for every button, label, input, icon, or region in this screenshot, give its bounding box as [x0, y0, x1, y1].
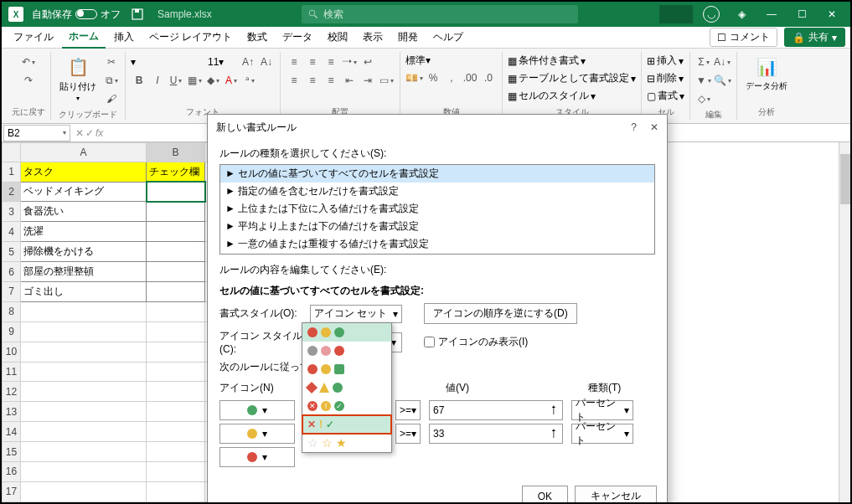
- enter-formula-icon[interactable]: ✓: [85, 127, 94, 139]
- iconset-option-3[interactable]: [302, 360, 391, 378]
- accounting-button[interactable]: 💴: [405, 69, 423, 86]
- operator-combo-2[interactable]: >= ▾: [395, 424, 421, 444]
- icon-picker-2[interactable]: ▾: [219, 424, 295, 444]
- tab-review[interactable]: 校閲: [321, 27, 354, 48]
- tab-file[interactable]: ファイル: [7, 27, 60, 48]
- iconset-option-2[interactable]: [302, 342, 391, 360]
- tab-insert[interactable]: 挿入: [107, 27, 141, 48]
- data-analysis-button[interactable]: 📊データ分析: [742, 54, 791, 94]
- cancel-formula-icon[interactable]: ✕: [75, 127, 84, 139]
- cell-B2[interactable]: [147, 182, 205, 202]
- font-size-combo[interactable]: 11▾: [208, 56, 238, 68]
- bold-button[interactable]: B: [131, 72, 147, 89]
- wrap-text-button[interactable]: ↩: [359, 54, 376, 70]
- tab-home[interactable]: ホーム: [62, 26, 106, 49]
- orientation-button[interactable]: ⭬: [341, 54, 358, 70]
- rule-type-listbox[interactable]: ► セルの値に基づいてすべてのセルを書式設定 ► 指定の値を含むセルだけを書式設…: [219, 164, 655, 255]
- format-cells-button[interactable]: ▢ 書式 ▾: [647, 89, 684, 103]
- icon-only-checkbox[interactable]: アイコンのみ表示(I): [424, 335, 528, 349]
- percent-button[interactable]: %: [425, 69, 441, 86]
- col-header-A[interactable]: A: [21, 143, 147, 162]
- comma-button[interactable]: ,: [443, 69, 460, 86]
- fill-button[interactable]: ▼: [695, 72, 712, 89]
- tab-formulas[interactable]: 数式: [240, 27, 274, 48]
- help-icon[interactable]: ?: [631, 121, 637, 133]
- user-avatar[interactable]: ◡: [696, 2, 726, 27]
- type-combo-1[interactable]: パーセント▾: [571, 400, 633, 420]
- redo-button[interactable]: ↷: [20, 72, 37, 89]
- comments-button[interactable]: ☐ コメント: [710, 28, 777, 47]
- delete-cells-button[interactable]: ⊟ 削除 ▾: [647, 71, 684, 85]
- decrease-font-button[interactable]: A↓: [258, 54, 275, 70]
- format-painter-button[interactable]: 🖌: [103, 90, 120, 107]
- iconset-option-5[interactable]: ✕!✓: [302, 397, 391, 415]
- value-input-1[interactable]: 67⭡: [429, 400, 563, 420]
- font-color-button[interactable]: A: [223, 72, 240, 89]
- conditional-format-button[interactable]: ▦ 条件付き書式 ▾: [508, 54, 636, 68]
- copy-button[interactable]: ⧉: [103, 72, 120, 89]
- align-bottom-button[interactable]: ≡: [323, 54, 339, 70]
- find-select-button[interactable]: 🔍: [714, 72, 731, 89]
- autosave-toggle[interactable]: 自動保存 オフ: [32, 8, 121, 22]
- ok-button[interactable]: OK: [522, 486, 568, 504]
- value-input-2[interactable]: 33⭡: [429, 424, 563, 444]
- number-format-combo[interactable]: 標準▾: [405, 54, 472, 68]
- icon-picker-1[interactable]: ▾: [219, 400, 295, 420]
- diamond-icon[interactable]: ◈: [726, 2, 756, 27]
- format-as-table-button[interactable]: ▦ テーブルとして書式設定 ▾: [508, 71, 636, 85]
- paste-button[interactable]: 📋 貼り付け ▾: [56, 54, 100, 104]
- close-button[interactable]: ✕: [817, 2, 847, 27]
- tab-help[interactable]: ヘルプ: [426, 27, 470, 48]
- save-icon[interactable]: [131, 8, 144, 21]
- align-left-button[interactable]: ≡: [286, 72, 302, 89]
- iconset-option-6[interactable]: ✕!✓: [302, 415, 391, 434]
- rule-type-5[interactable]: ► 数式を使用して、書式設定するセルを決定: [220, 253, 654, 255]
- format-style-combo[interactable]: アイコン セット▾: [310, 305, 402, 323]
- clear-button[interactable]: ◇: [695, 90, 712, 107]
- vertical-scrollbar[interactable]: [839, 142, 850, 502]
- tab-data[interactable]: データ: [276, 27, 319, 48]
- user-block[interactable]: [659, 5, 693, 23]
- fx-icon[interactable]: fx: [96, 127, 103, 139]
- select-all-corner[interactable]: [3, 143, 21, 162]
- font-name-combo[interactable]: ▾: [131, 56, 206, 68]
- fill-color-button[interactable]: ◆: [204, 72, 221, 89]
- border-button[interactable]: ▦: [186, 72, 203, 89]
- row-header-1[interactable]: 1: [3, 162, 21, 182]
- rule-type-0[interactable]: ► セルの値に基づいてすべてのセルを書式設定: [220, 165, 654, 183]
- rule-type-1[interactable]: ► 指定の値を含むセルだけを書式設定: [220, 183, 654, 200]
- align-center-button[interactable]: ≡: [304, 72, 321, 89]
- rule-type-2[interactable]: ► 上位または下位に入る値だけを書式設定: [220, 200, 654, 218]
- minimize-button[interactable]: —: [756, 2, 787, 27]
- decrease-indent-button[interactable]: ⇤: [341, 72, 358, 89]
- row-header-2[interactable]: 2: [3, 182, 21, 202]
- phonetic-button[interactable]: ᵃ: [241, 72, 258, 89]
- sort-filter-button[interactable]: A↓: [714, 54, 731, 70]
- undo-button[interactable]: ↶: [20, 54, 37, 70]
- iconset-option-7[interactable]: ☆☆★: [302, 434, 391, 452]
- italic-button[interactable]: I: [149, 72, 166, 89]
- underline-button[interactable]: U: [168, 72, 184, 89]
- dialog-close-icon[interactable]: ✕: [650, 121, 658, 133]
- iconset-option-1[interactable]: [302, 323, 391, 342]
- iconset-option-4[interactable]: [302, 378, 391, 397]
- decrease-decimal-button[interactable]: .0: [480, 69, 497, 86]
- reverse-icon-order-button[interactable]: アイコンの順序を逆にする(D): [424, 303, 577, 324]
- insert-cells-button[interactable]: ⊞ 挿入 ▾: [647, 54, 684, 68]
- tab-developer[interactable]: 開発: [391, 27, 425, 48]
- rule-type-4[interactable]: ► 一意の値または重複する値だけを書式設定: [220, 235, 654, 253]
- align-middle-button[interactable]: ≡: [304, 54, 321, 70]
- align-right-button[interactable]: ≡: [323, 72, 339, 89]
- tab-page-layout[interactable]: ページ レイアウト: [142, 27, 239, 48]
- cell-styles-button[interactable]: ▦ セルのスタイル ▾: [508, 89, 636, 103]
- name-box[interactable]: B2▾: [3, 125, 70, 141]
- share-button[interactable]: 🔒 共有 ▾: [784, 28, 845, 47]
- icon-style-dropdown[interactable]: ✕!✓ ✕!✓ ☆☆★: [302, 322, 392, 453]
- rule-type-3[interactable]: ► 平均より上または下の値だけを書式設定: [220, 218, 654, 235]
- tab-view[interactable]: 表示: [356, 27, 390, 48]
- type-combo-2[interactable]: パーセント▾: [571, 424, 633, 444]
- increase-font-button[interactable]: A↑: [240, 54, 256, 70]
- icon-picker-3[interactable]: ▾: [219, 447, 295, 467]
- increase-indent-button[interactable]: ⇥: [359, 72, 376, 89]
- search-box[interactable]: 検索: [302, 5, 578, 23]
